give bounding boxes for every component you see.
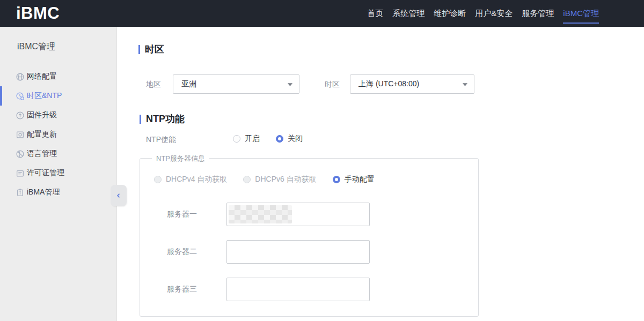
top-nav: iBMC 首页 系统管理 维护诊断 用户&安全 服务管理 iBMC管理 <box>0 0 644 27</box>
sidebar-item-label: 时区&NTP <box>27 91 62 101</box>
region-label: 地区 <box>146 80 161 89</box>
network-globe-icon <box>16 72 25 81</box>
server-two-input[interactable] <box>226 240 370 264</box>
sidebar-item-label: 语言管理 <box>27 149 57 159</box>
config-update-icon <box>16 130 25 139</box>
sidebar-item-label: 许可证管理 <box>27 168 64 178</box>
server-one-label: 服务器一 <box>167 210 226 219</box>
sidebar: iBMC管理 网络配置 时区&NTP <box>0 27 117 321</box>
nav-item-home[interactable]: 首页 <box>367 0 383 27</box>
nav-item-user-security[interactable]: 用户&安全 <box>475 0 513 27</box>
ibmc-logo: iBMC <box>16 4 60 23</box>
sidebar-item-language[interactable]: 语言管理 <box>0 144 116 163</box>
nav-item-service[interactable]: 服务管理 <box>522 0 554 27</box>
sidebar-item-network-config[interactable]: 网络配置 <box>0 67 116 86</box>
section-accent-bar <box>140 115 141 124</box>
sidebar-item-label: 配置更新 <box>27 130 57 139</box>
server-three-row: 服务器三 <box>140 278 370 301</box>
radio-dhcpv6-auto[interactable] <box>243 176 251 183</box>
firmware-upgrade-icon <box>16 111 25 120</box>
region-select[interactable]: 亚洲 <box>173 74 299 94</box>
top-nav-items: 首页 系统管理 维护诊断 用户&安全 服务管理 iBMC管理 <box>367 0 599 27</box>
sidebar-item-label: 固件升级 <box>27 110 57 120</box>
ntp-enable-radio-group: 开启 关闭 <box>233 131 303 146</box>
sidebar-item-label: 网络配置 <box>27 72 57 81</box>
ntp-server-group-legend: NTP服务器信息 <box>152 154 209 163</box>
server-two-label: 服务器二 <box>167 247 226 257</box>
ntp-server-mode-radio-group: DHCPv4 自动获取 DHCPv6 自动获取 手动配置 <box>154 172 375 187</box>
page: iBMC 首页 系统管理 维护诊断 用户&安全 服务管理 iBMC管理 iBMC… <box>0 0 644 321</box>
language-icon <box>16 150 25 159</box>
radio-manual-config-label: 手动配置 <box>345 175 375 184</box>
nav-item-maintenance[interactable]: 维护诊断 <box>434 0 466 27</box>
radio-ntp-off[interactable] <box>276 135 283 143</box>
server-two-row: 服务器二 <box>140 240 370 264</box>
ibma-clipboard-icon <box>16 188 25 197</box>
sidebar-menu: 网络配置 时区&NTP 固件升级 <box>0 67 116 202</box>
chevron-down-icon <box>462 83 468 87</box>
radio-dhcpv4-auto-label: DHCPv4 自动获取 <box>166 175 227 184</box>
server-three-label: 服务器三 <box>167 285 226 294</box>
radio-dhcpv4-auto[interactable] <box>154 176 162 183</box>
server-one-row: 服务器一 <box>140 203 370 226</box>
nav-item-system[interactable]: 系统管理 <box>392 0 425 27</box>
ntp-enable-label: NTP使能 <box>146 135 176 145</box>
sidebar-item-label: iBMA管理 <box>27 188 60 197</box>
radio-ntp-off-label: 关闭 <box>288 134 303 144</box>
sidebar-item-license[interactable]: 许可证管理 <box>0 163 116 183</box>
radio-dhcpv6-auto-label: DHCPv6 自动获取 <box>255 175 316 184</box>
chevron-left-icon <box>115 192 122 199</box>
radio-manual-config[interactable] <box>333 176 340 183</box>
section-accent-bar <box>138 45 140 54</box>
sidebar-title: iBMC管理 <box>17 41 55 53</box>
chevron-down-icon <box>287 83 293 87</box>
ntp-section-title: NTP功能 <box>140 113 185 125</box>
server-three-input[interactable] <box>226 278 370 301</box>
license-icon <box>16 169 25 178</box>
sidebar-item-firmware-upgrade[interactable]: 固件升级 <box>0 106 116 125</box>
sidebar-item-ibma[interactable]: iBMA管理 <box>0 183 116 202</box>
ntp-server-group: NTP服务器信息 DHCPv4 自动获取 DHCPv6 自动获取 手动配置 服务… <box>140 158 479 317</box>
timezone-select[interactable]: 上海 (UTC+08:00) <box>350 74 474 94</box>
nav-item-ibmc-management[interactable]: iBMC管理 <box>563 0 599 27</box>
server-one-input[interactable] <box>226 203 370 226</box>
sidebar-item-config-update[interactable]: 配置更新 <box>0 125 116 144</box>
radio-ntp-on[interactable] <box>233 135 240 143</box>
sidebar-collapse-button[interactable] <box>111 185 127 206</box>
sidebar-item-timezone-ntp[interactable]: 时区&NTP <box>0 86 116 106</box>
timezone-label: 时区 <box>325 80 340 89</box>
radio-ntp-on-label: 开启 <box>245 134 260 144</box>
timezone-section-title: 时区 <box>138 43 164 56</box>
timezone-clock-icon <box>16 92 25 101</box>
